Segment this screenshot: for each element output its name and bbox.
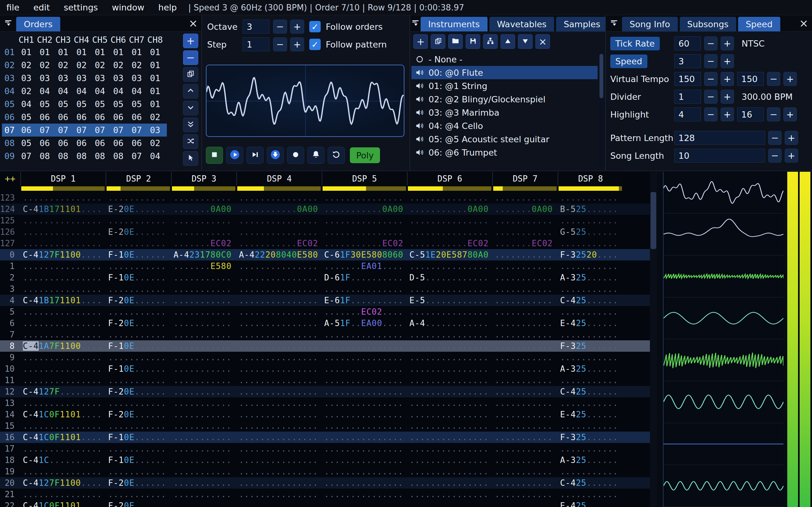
song-close-icon[interactable]: × [796, 15, 812, 32]
pattern-cell[interactable]: ........... [492, 249, 558, 261]
pattern-cell[interactable]: ........... [171, 454, 236, 466]
pattern-cell[interactable]: C-425...... [558, 386, 623, 397]
order-cell[interactable]: 08 [91, 151, 109, 161]
channel-header-2[interactable]: DSP 2 [106, 172, 171, 186]
pattern-cell[interactable]: ............... [236, 295, 322, 306]
pattern-cell[interactable]: .......E580 [171, 261, 236, 272]
pattern-cell[interactable]: ............... [407, 432, 492, 443]
pattern-cell[interactable]: F-10E...... [106, 272, 171, 283]
pattern-cell[interactable]: C-4127F........ [20, 386, 106, 397]
duplicate-instrument-button[interactable] [431, 34, 445, 49]
pattern-cell[interactable]: ............... [20, 420, 106, 432]
pattern-cell[interactable]: ........... [171, 489, 236, 500]
order-cell[interactable]: 08 [109, 151, 128, 161]
order-cell[interactable]: 02 [91, 60, 109, 70]
pattern-cell[interactable]: ............... [407, 477, 492, 489]
order-cell[interactable]: 01 [91, 47, 109, 57]
virtual-tempo-denominator-input[interactable]: 150 [737, 72, 764, 86]
add-order-button[interactable]: + [183, 34, 198, 48]
pattern-cell[interactable]: ........... [558, 238, 623, 249]
order-cell[interactable]: 05 [91, 99, 109, 109]
order-cell[interactable]: 02 [146, 138, 164, 148]
step-increase-button[interactable]: + [290, 38, 304, 51]
pattern-cell[interactable]: ............... [20, 489, 106, 500]
pattern-cell[interactable]: E-20E...... [106, 204, 171, 215]
order-cell[interactable]: 06 [36, 112, 54, 122]
order-cell[interactable]: 07 [128, 151, 146, 161]
pattern-cell[interactable]: ............... [322, 432, 407, 443]
pattern-cell[interactable]: ............... [20, 238, 106, 249]
pattern-cell[interactable]: ............... [236, 443, 322, 454]
pattern-cell[interactable]: ............... [407, 489, 492, 500]
pattern-cell[interactable]: ........... [492, 329, 558, 340]
channel-header-6[interactable]: DSP 6 [407, 172, 492, 186]
order-cell[interactable]: 01 [17, 47, 36, 57]
pattern-cell[interactable]: ........... [492, 283, 558, 295]
pattern-cell[interactable]: C-41B171101.... [20, 204, 106, 215]
order-cell[interactable]: 05 [72, 99, 91, 109]
pattern-cell[interactable]: ........... [558, 261, 623, 272]
pattern-cell[interactable]: ........... [106, 397, 171, 409]
pattern-cell[interactable]: F-20E...... [106, 386, 171, 397]
order-cell[interactable]: 07 [54, 125, 72, 135]
pattern-cell[interactable]: ............... [20, 397, 106, 409]
pattern-cell[interactable]: ........... [171, 409, 236, 420]
menu-item-help[interactable]: help [158, 3, 177, 12]
order-cell[interactable]: 06 [72, 138, 91, 148]
scrollbar-thumb[interactable] [600, 54, 603, 98]
pattern-cell[interactable]: ............... [20, 375, 106, 386]
pattern-cell[interactable]: ........... [492, 375, 558, 386]
pattern-cell[interactable]: ........... [171, 443, 236, 454]
pattern-cell[interactable]: ........... [492, 340, 558, 352]
pattern-cell[interactable]: ........... [171, 226, 236, 238]
follow-pattern-checkbox[interactable]: ✓ [309, 39, 321, 50]
pattern-cell[interactable]: ............... [236, 306, 322, 318]
pattern-cell[interactable]: ............... [236, 477, 322, 489]
pattern-length-decrease-button[interactable]: − [768, 131, 781, 145]
order-cell[interactable]: 04 [36, 86, 54, 96]
order-cell[interactable]: 02 [17, 60, 36, 70]
pattern-cell[interactable]: .......EC02 [492, 238, 558, 249]
pattern-cell[interactable]: ............... [407, 226, 492, 238]
pattern-cell[interactable]: ............... [236, 363, 322, 375]
pattern-cell[interactable]: ............... [20, 226, 106, 238]
pattern-cell[interactable]: ............... [407, 340, 492, 352]
pattern-add-effect-button[interactable]: ++ [0, 172, 20, 186]
pattern-cell[interactable]: ........... [492, 226, 558, 238]
pattern-cell[interactable]: ........... [492, 466, 558, 477]
pattern-cell[interactable]: ........... [558, 375, 623, 386]
pattern-cell[interactable]: ........... [171, 352, 236, 363]
pattern-cell[interactable]: ............... [407, 215, 492, 226]
pattern-cell[interactable]: A-51F..EA00.... [322, 318, 407, 329]
pattern-cell[interactable]: ........... [492, 295, 558, 306]
pattern-length-input[interactable]: 128 [674, 131, 765, 145]
order-cell[interactable]: 04 [146, 151, 164, 161]
order-cell[interactable]: 03 [17, 73, 36, 83]
move-instrument-up-button[interactable] [501, 34, 515, 49]
pattern-cell[interactable]: ........... [106, 283, 171, 295]
move-instrument-down-button[interactable] [518, 34, 532, 49]
pattern-cell[interactable]: ............... [322, 192, 407, 204]
channel-header-4[interactable]: DSP 4 [236, 172, 322, 186]
pattern-cell[interactable]: ........... [171, 477, 236, 489]
pattern-cell[interactable]: ............... [322, 363, 407, 375]
pattern-cell[interactable]: C-41B171101.... [20, 295, 106, 306]
order-cell[interactable]: 06 [109, 138, 128, 148]
divider-increase-button[interactable]: + [721, 90, 734, 104]
pattern-cell[interactable]: ........... [558, 466, 623, 477]
speed-increase-button[interactable]: + [721, 54, 734, 68]
pattern-cell[interactable]: ........... [106, 489, 171, 500]
pattern-cell[interactable]: ............... [20, 318, 106, 329]
pattern-cell[interactable]: F-20E...... [106, 295, 171, 306]
delete-instrument-button[interactable]: × [536, 34, 550, 49]
order-cell[interactable]: 06 [54, 138, 72, 148]
duplicate-order-button[interactable] [183, 67, 198, 82]
menu-item-edit[interactable]: edit [33, 3, 50, 12]
pattern-cell[interactable]: ............... [322, 489, 407, 500]
stop-button[interactable] [206, 147, 223, 164]
order-cell[interactable]: 04 [17, 99, 36, 109]
play-pattern-button[interactable] [247, 147, 264, 164]
pattern-cell[interactable]: ........... [492, 386, 558, 397]
order-cell[interactable]: 02 [72, 60, 91, 70]
pattern-cell[interactable]: E-20E...... [106, 226, 171, 238]
